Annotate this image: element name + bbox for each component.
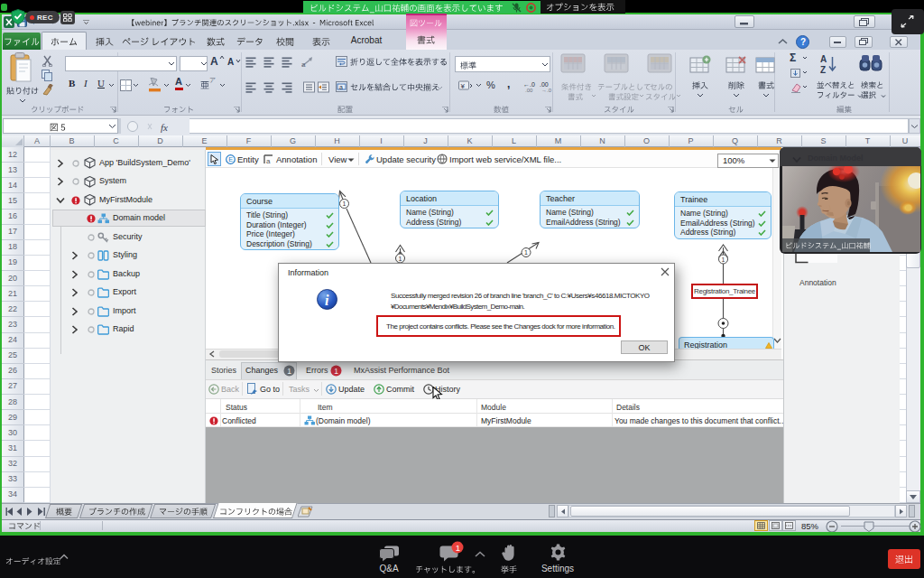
svg-text:?: ? bbox=[800, 37, 806, 47]
svg-text:1: 1 bbox=[722, 256, 725, 263]
svg-text:¥: ¥ bbox=[460, 82, 466, 90]
svg-text:a: a bbox=[301, 61, 306, 68]
svg-text:Z: Z bbox=[820, 65, 826, 75]
svg-text:1: 1 bbox=[524, 249, 528, 256]
svg-text:1: 1 bbox=[343, 200, 346, 207]
svg-text:fx: fx bbox=[161, 122, 168, 133]
svg-text:→.0: →.0 bbox=[541, 88, 552, 92]
svg-text:1: 1 bbox=[287, 367, 291, 376]
svg-text:1: 1 bbox=[456, 543, 460, 553]
svg-text:1: 1 bbox=[334, 367, 338, 376]
svg-text:1: 1 bbox=[399, 256, 402, 262]
svg-text:A: A bbox=[820, 54, 827, 64]
svg-text:.00: .00 bbox=[540, 81, 549, 88]
svg-text:E: E bbox=[228, 155, 233, 163]
svg-text:a: a bbox=[266, 157, 271, 164]
svg-text:a: a bbox=[339, 84, 343, 90]
svg-text:←.0: ←.0 bbox=[523, 81, 535, 88]
svg-text:.00: .00 bbox=[525, 88, 533, 92]
svg-text:i: i bbox=[325, 293, 329, 308]
